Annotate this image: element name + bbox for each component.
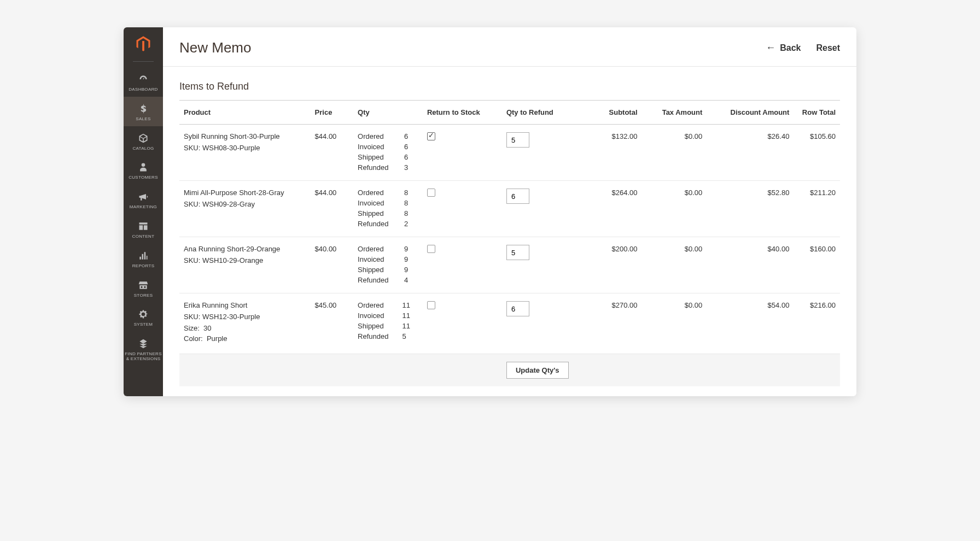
topbar: New Memo ← Back Reset xyxy=(163,27,856,67)
sidebar-item-dashboard[interactable]: DASHBOARD xyxy=(124,67,163,97)
sidebar-item-label: DASHBOARD xyxy=(129,87,158,92)
cell-rowtotal: $211.20 xyxy=(794,181,840,237)
sidebar-item-sales[interactable]: SALES xyxy=(124,97,163,126)
reset-label: Reset xyxy=(816,43,840,53)
bars-icon xyxy=(137,249,150,262)
sidebar-item-content[interactable]: CONTENT xyxy=(124,214,163,244)
cell-subtotal: $270.00 xyxy=(573,293,642,354)
qty-refunded-label: Refunded xyxy=(358,163,399,172)
qty-refunded-value: 2 xyxy=(404,220,418,228)
qty-invoiced-label: Invoiced xyxy=(358,143,399,151)
cell-tax: $0.00 xyxy=(642,181,707,237)
qty-refunded-label: Refunded xyxy=(358,220,399,228)
sidebar-item-reports[interactable]: REPORTS xyxy=(124,244,163,273)
qty-to-refund-input[interactable] xyxy=(506,189,529,204)
sidebar-item-label: FIND PARTNERS & EXTENSIONS xyxy=(125,352,162,362)
th-qty-refund: Qty to Refund xyxy=(502,101,573,125)
qty-shipped-value: 6 xyxy=(404,153,418,161)
qty-to-refund-input[interactable] xyxy=(506,245,529,260)
cell-tax: $0.00 xyxy=(642,237,707,293)
qty-refunded-value: 5 xyxy=(402,332,418,340)
qty-invoiced-value: 8 xyxy=(404,199,418,207)
th-return: Return to Stock xyxy=(423,101,502,125)
sidebar-item-label: CATALOG xyxy=(132,146,154,151)
qty-ordered-label: Ordered xyxy=(358,301,396,309)
megaphone-icon xyxy=(137,190,150,203)
qty-ordered-value: 9 xyxy=(404,245,418,253)
table-row: Erika Running ShortSKU: WSH12-30-PurpleS… xyxy=(179,293,840,354)
cell-qty: Ordered8Invoiced8Shipped8Refunded2 xyxy=(353,181,423,237)
sidebar-item-catalog[interactable]: CATALOG xyxy=(124,126,163,156)
cell-discount: $52.80 xyxy=(707,181,794,237)
th-qty: Qty xyxy=(353,101,423,125)
table-row: Mimi All-Purpose Short-28-GraySKU: WSH09… xyxy=(179,181,840,237)
th-rowtotal: Row Total xyxy=(794,101,840,125)
arrow-left-icon: ← xyxy=(766,42,775,54)
qty-invoiced-value: 9 xyxy=(404,255,418,263)
return-to-stock-checkbox[interactable] xyxy=(427,189,435,197)
cell-qty: Ordered11Invoiced11Shipped11Refunded5 xyxy=(353,293,423,354)
sidebar-item-label: SALES xyxy=(136,117,150,122)
sidebar-item-find-partners-extensions[interactable]: FIND PARTNERS & EXTENSIONS xyxy=(124,332,163,366)
sidebar-item-customers[interactable]: CUSTOMERS xyxy=(124,155,163,185)
cell-return xyxy=(423,125,502,181)
dashboard-icon xyxy=(137,73,150,86)
cell-qty-refund xyxy=(502,181,573,237)
update-qty-row: Update Qty's xyxy=(179,354,840,387)
magento-logo-icon xyxy=(133,34,153,54)
th-subtotal: Subtotal xyxy=(573,101,642,125)
sidebar-item-label: MARKETING xyxy=(130,205,157,210)
sidebar-item-label: SYSTEM xyxy=(134,322,153,327)
back-label: Back xyxy=(780,43,801,53)
dollar-icon xyxy=(137,102,150,115)
sidebar-item-stores[interactable]: STORES xyxy=(124,273,163,303)
return-to-stock-checkbox[interactable] xyxy=(427,132,435,140)
layout-icon xyxy=(137,220,150,233)
qty-shipped-value: 8 xyxy=(404,209,418,217)
product-sku: SKU: WSH09-28-Gray xyxy=(184,200,306,208)
back-button[interactable]: ← Back xyxy=(766,42,801,54)
sidebar-item-marketing[interactable]: MARKETING xyxy=(124,185,163,214)
grid-icon xyxy=(137,337,150,350)
qty-ordered-value: 11 xyxy=(402,301,418,309)
cell-return xyxy=(423,237,502,293)
qty-refunded-label: Refunded xyxy=(358,276,399,284)
product-sku: SKU: WSH08-30-Purple xyxy=(184,144,306,152)
product-sku: SKU: WSH10-29-Orange xyxy=(184,256,306,264)
sidebar: DASHBOARDSALESCATALOGCUSTOMERSMARKETINGC… xyxy=(124,27,163,396)
cell-price: $45.00 xyxy=(311,293,354,354)
content: Items to Refund Product Price Qty Return… xyxy=(163,67,856,396)
cell-qty: Ordered6Invoiced6Shipped6Refunded3 xyxy=(353,125,423,181)
qty-refunded-value: 4 xyxy=(404,276,418,284)
sidebar-item-label: CUSTOMERS xyxy=(129,175,158,180)
qty-shipped-label: Shipped xyxy=(358,266,399,274)
cell-qty-refund xyxy=(502,293,573,354)
qty-ordered-value: 6 xyxy=(404,132,418,140)
cell-qty-refund xyxy=(502,125,573,181)
qty-shipped-label: Shipped xyxy=(358,153,399,161)
qty-shipped-value: 9 xyxy=(404,266,418,274)
cell-qty: Ordered9Invoiced9Shipped9Refunded4 xyxy=(353,237,423,293)
return-to-stock-checkbox[interactable] xyxy=(427,301,435,309)
sidebar-item-label: REPORTS xyxy=(132,264,155,269)
gear-icon xyxy=(137,308,150,321)
page-title: New Memo xyxy=(179,39,251,56)
cell-product: Sybil Running Short-30-PurpleSKU: WSH08-… xyxy=(179,125,311,181)
sidebar-item-system[interactable]: SYSTEM xyxy=(124,302,163,332)
th-tax: Tax Amount xyxy=(642,101,707,125)
product-name: Ana Running Short-29-Orange xyxy=(184,245,306,253)
qty-to-refund-input[interactable] xyxy=(506,132,529,148)
th-price: Price xyxy=(311,101,354,125)
qty-shipped-label: Shipped xyxy=(358,209,399,217)
qty-invoiced-label: Invoiced xyxy=(358,311,396,320)
qty-to-refund-input[interactable] xyxy=(506,301,529,316)
update-qtys-button[interactable]: Update Qty's xyxy=(506,362,569,379)
th-product: Product xyxy=(179,101,311,125)
return-to-stock-checkbox[interactable] xyxy=(427,245,435,253)
product-name: Mimi All-Purpose Short-28-Gray xyxy=(184,189,306,197)
reset-button[interactable]: Reset xyxy=(816,43,840,53)
cell-tax: $0.00 xyxy=(642,125,707,181)
cell-product: Mimi All-Purpose Short-28-GraySKU: WSH09… xyxy=(179,181,311,237)
box-icon xyxy=(137,132,150,145)
cell-product: Ana Running Short-29-OrangeSKU: WSH10-29… xyxy=(179,237,311,293)
